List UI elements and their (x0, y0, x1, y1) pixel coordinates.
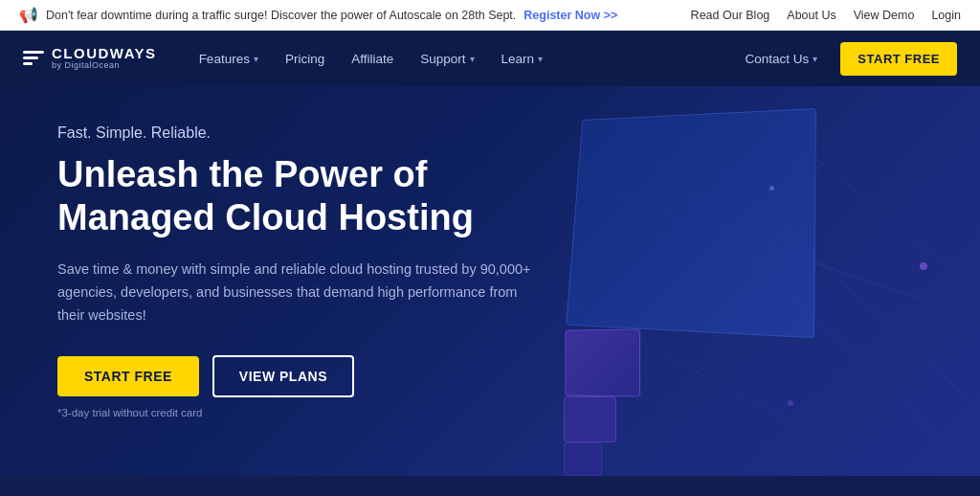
logo-line-1 (23, 51, 44, 54)
banner-link-about[interactable]: About Us (787, 9, 835, 22)
dot-decoration-1 (920, 262, 927, 270)
navbar-left: CLOUDWAYS by DigitalOcean Features ▾ Pri… (23, 44, 554, 74)
logo-name: CLOUDWAYS (52, 46, 157, 62)
nav-affiliate[interactable]: Affiliate (340, 44, 405, 74)
logo-text: CLOUDWAYS by DigitalOcean (52, 46, 157, 71)
hero-section: Fast. Simple. Reliable. Unleash the Powe… (0, 86, 980, 476)
logo-lines (23, 51, 44, 65)
banner-link-blog[interactable]: Read Our Blog (691, 9, 770, 22)
start-free-button[interactable]: START FREE (840, 42, 957, 76)
nav-links: Features ▾ Pricing Affiliate Support ▾ L… (188, 44, 554, 74)
hero-tagline: Fast. Simple. Reliable. (57, 124, 593, 142)
hero-buttons: START FREE VIEW PLANS (57, 355, 593, 397)
chevron-down-icon: ▾ (813, 54, 817, 64)
banner-message: 📢 Don't fear downtime during a traffic s… (19, 6, 617, 24)
hero-graphic (549, 86, 980, 476)
hero-view-plans-button[interactable]: VIEW PLANS (212, 355, 354, 397)
banner-text: Don't fear downtime during a traffic sur… (46, 9, 516, 22)
banner-cta[interactable]: Register Now >> (523, 9, 617, 22)
nav-learn[interactable]: Learn ▾ (490, 44, 555, 74)
chevron-down-icon: ▾ (254, 54, 258, 64)
contact-us-button[interactable]: Contact Us ▾ (734, 44, 830, 74)
navbar-right: Contact Us ▾ START FREE (734, 42, 957, 76)
banner-links: Read Our Blog About Us View Demo Login (691, 9, 961, 22)
logo-line-3 (23, 62, 33, 65)
stats-section: #1 SMB Hosting Provider on G2 73 Industr… (0, 476, 980, 496)
logo-line-2 (23, 56, 38, 59)
hero-trial-note: *3-day trial without credit card (57, 407, 593, 418)
hero-title: Unleash the Power of Managed Cloud Hosti… (57, 153, 593, 239)
logo[interactable]: CLOUDWAYS by DigitalOcean (23, 46, 157, 71)
nav-pricing[interactable]: Pricing (274, 44, 336, 74)
hero-start-free-button[interactable]: START FREE (57, 356, 199, 396)
hex-main-shape (566, 108, 816, 338)
hex-graphic-container (564, 109, 966, 454)
navbar: CLOUDWAYS by DigitalOcean Features ▾ Pri… (0, 31, 980, 86)
megaphone-icon: 📢 (19, 6, 38, 24)
top-banner: 📢 Don't fear downtime during a traffic s… (0, 0, 980, 31)
hero-description: Save time & money with simple and reliab… (57, 259, 536, 327)
nav-support[interactable]: Support ▾ (409, 44, 485, 74)
dot-decoration-2 (788, 400, 793, 406)
logo-icon (23, 51, 44, 65)
dot-decoration-3 (769, 186, 774, 191)
banner-link-demo[interactable]: View Demo (854, 9, 915, 22)
logo-sub: by DigitalOcean (52, 61, 157, 71)
chevron-down-icon: ▾ (470, 54, 475, 64)
banner-link-login[interactable]: Login (931, 9, 961, 22)
chevron-down-icon: ▾ (538, 54, 543, 64)
nav-features[interactable]: Features ▾ (188, 44, 270, 74)
hero-content: Fast. Simple. Reliable. Unleash the Powe… (57, 124, 593, 418)
